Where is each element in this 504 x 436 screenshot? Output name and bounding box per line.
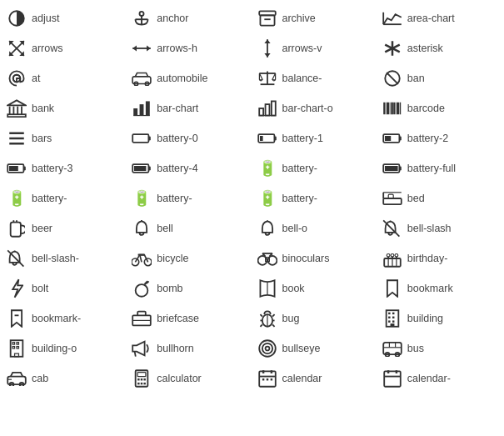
svg-rect-72 [134, 166, 146, 171]
bolt-icon [7, 278, 27, 298]
icon-label: bed [407, 193, 425, 204]
icon-label: bullhorn [157, 343, 193, 354]
list-item: battery-1 [252, 123, 377, 153]
svg-point-104 [391, 254, 394, 258]
svg-marker-106 [12, 279, 22, 298]
bomb-icon [132, 278, 152, 298]
battery--icon: 🔋 [132, 188, 152, 208]
battery-4-icon [132, 158, 152, 178]
list-item: 🔋battery- [2, 183, 127, 213]
bicycle-icon [132, 248, 152, 268]
svg-rect-125 [388, 317, 390, 318]
bookmark-icon [382, 278, 402, 298]
svg-line-136 [135, 352, 136, 357]
anchor-icon [132, 8, 152, 28]
svg-rect-152 [137, 378, 139, 380]
svg-rect-135 [15, 353, 19, 357]
automobile-icon [132, 68, 152, 88]
svg-rect-41 [146, 101, 150, 115]
list-item: arrows-v [252, 33, 377, 63]
list-item: battery-full [377, 153, 502, 183]
svg-marker-19 [264, 39, 270, 43]
svg-rect-127 [388, 320, 390, 322]
svg-rect-5 [260, 15, 274, 25]
svg-rect-69 [9, 166, 18, 171]
list-item: bus [377, 333, 502, 363]
list-item: battery-2 [377, 123, 502, 153]
list-item: beer [2, 213, 127, 243]
bar-chart-icon [132, 98, 152, 118]
barcode-icon [382, 98, 402, 118]
icon-label: bell-slash- [32, 253, 79, 264]
icon-label: battery- [282, 193, 317, 204]
svg-rect-153 [141, 378, 142, 380]
icon-label: bug [282, 313, 300, 324]
bell-slash--icon [7, 248, 27, 268]
svg-rect-157 [144, 383, 146, 384]
icon-label: bus [407, 343, 424, 354]
adjust-icon [7, 8, 27, 28]
svg-rect-132 [17, 343, 18, 344]
battery--icon: 🔋 [7, 188, 27, 208]
calendar--icon [382, 368, 402, 388]
svg-rect-71 [149, 167, 151, 171]
icon-label: bolt [32, 283, 48, 294]
svg-rect-75 [385, 166, 398, 171]
bed-icon [382, 188, 402, 208]
icon-label: book [282, 283, 305, 294]
list-item: area-chart [377, 3, 502, 33]
list-item: bookmark- [2, 303, 127, 333]
icon-label: area-chart [407, 13, 455, 24]
icon-label: bullseye [282, 343, 321, 354]
svg-rect-45 [271, 101, 275, 115]
asterisk-icon [382, 38, 402, 58]
list-item: asterisk [377, 33, 502, 63]
icon-label: battery-0 [157, 133, 197, 144]
svg-point-139 [265, 347, 269, 351]
svg-rect-80 [11, 223, 21, 237]
icon-label: bell-o [282, 223, 308, 234]
svg-point-138 [262, 343, 272, 353]
ban-icon [382, 68, 402, 88]
icon-label: cab [32, 373, 48, 384]
svg-rect-66 [385, 136, 391, 141]
bell-icon [132, 218, 152, 238]
list-item: calendar [252, 363, 377, 393]
building-o-icon [7, 338, 27, 358]
svg-point-87 [145, 258, 152, 266]
svg-point-86 [132, 258, 139, 266]
battery-3-icon [7, 158, 27, 178]
icon-label: calculator [157, 373, 202, 384]
svg-rect-34 [7, 114, 26, 117]
icon-label: bookmark- [32, 313, 81, 324]
bug-icon [257, 308, 277, 328]
svg-rect-39 [133, 108, 137, 116]
battery-2-icon [382, 128, 402, 148]
svg-rect-123 [388, 313, 390, 314]
icon-label: briefcase [157, 313, 199, 324]
archive-icon [257, 8, 277, 28]
svg-rect-65 [399, 137, 401, 141]
icon-label: building-o [32, 343, 77, 354]
bank-icon [7, 98, 27, 118]
svg-rect-151 [137, 373, 146, 377]
list-item: balance- [252, 63, 377, 93]
icon-label: at [32, 73, 40, 84]
svg-line-32 [387, 73, 398, 84]
cab-icon [7, 368, 27, 388]
battery--icon: 🔋 [257, 158, 277, 178]
list-item: binoculars [252, 243, 377, 273]
svg-point-107 [136, 284, 148, 297]
svg-line-118 [272, 314, 274, 316]
list-item: battery-0 [127, 123, 252, 153]
svg-rect-165 [384, 371, 401, 386]
list-item: battery-3 [2, 153, 127, 183]
icon-label: bar-chart [157, 103, 198, 114]
icon-label: binoculars [282, 253, 330, 264]
svg-rect-133 [12, 347, 14, 348]
icon-label: calendar [282, 373, 322, 384]
list-item: anchor [127, 3, 252, 33]
list-item: cab [2, 363, 127, 393]
battery-1-icon [257, 128, 277, 148]
icon-label: bank [32, 103, 54, 114]
